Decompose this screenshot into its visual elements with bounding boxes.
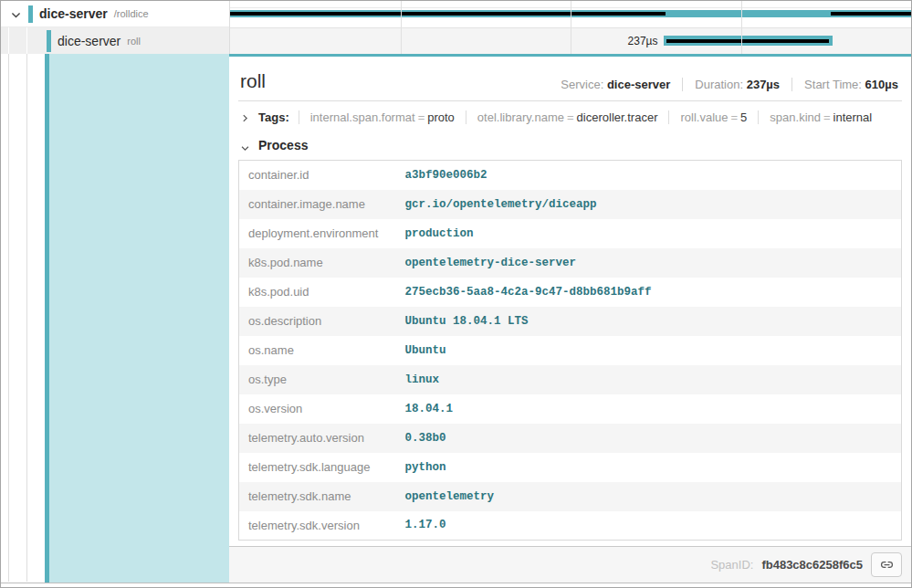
attribute-value: python [396,453,902,482]
span-overview: Service: dice-server Duration: 237µs Sta… [549,78,900,91]
critical-path-segment [831,12,911,16]
attribute-value: linux [396,365,902,394]
table-row: os.version18.04.1 [239,394,902,424]
link-icon [878,558,896,572]
table-row: telemetry.auto.version0.38b0 [239,424,902,453]
timeline-gridline [571,28,571,54]
span-color-bar [47,30,51,52]
tag-item: internal.span.format=proto [299,110,466,124]
indent-guide [26,27,27,54]
indent-guide [26,54,27,582]
span-row-rolldice[interactable]: dice-server /rolldice [1,1,911,27]
span-detail-panel: roll Service: dice-server Duration: 237µ… [229,54,911,583]
tags-header-label: Tags: [258,110,289,124]
chevron-down-icon[interactable] [240,141,250,151]
operation-name: roll [127,36,141,47]
table-row: telemetry.sdk.version1.17.0 [239,511,902,541]
spanid-label: SpanID: [710,558,753,572]
table-row: k8s.pod.nameopentelemetry-dice-server [239,248,902,278]
attribute-key: os.description [239,307,396,336]
table-row: telemetry.sdk.nameopentelemetry [239,482,902,511]
attribute-key: telemetry.sdk.name [239,482,396,511]
tag-item: span.kind=internal [758,110,883,124]
attribute-key: k8s.pod.name [239,248,396,278]
table-row: container.ida3bf90e006b2 [239,161,902,190]
indent-guide [8,27,9,54]
attribute-value: 275ecb36-5aa8-4c2a-9c47-d8bb681b9aff [396,278,902,307]
attribute-value: opentelemetry-dice-server [396,248,902,278]
attribute-key: telemetry.sdk.language [239,453,396,482]
chevron-down-icon[interactable] [10,8,22,20]
attribute-value: 1.17.0 [396,511,902,541]
service-name: dice-server [58,34,121,48]
table-row: k8s.pod.uid275ecb36-5aa8-4c2a-9c47-d8bb6… [239,278,902,307]
span-color-bar [28,5,33,23]
detail-footer: SpanID: fb483c8c6258f6c5 [229,546,911,583]
selected-span-highlight [49,54,229,583]
spanid-value: fb483c8c6258f6c5 [761,558,863,572]
attribute-key: os.version [239,394,396,424]
overview-duration: Duration: 237µs [682,78,791,91]
span-duration-label: 237µs [628,35,658,47]
attribute-key: deployment.environment [239,219,396,248]
trace-timeline-window: dice-server /rolldice dice-server roll 2… [0,0,912,588]
operation-name: /rolldice [114,8,149,19]
attribute-value: 18.04.1 [396,394,902,424]
detail-indent-pane [1,54,229,583]
attribute-value: production [396,219,902,248]
timeline-roll[interactable]: 237µs [229,27,911,54]
timeline-gridline [401,1,402,27]
attribute-key: os.type [239,365,396,394]
table-row: os.descriptionUbuntu 18.04.1 LTS [239,307,902,336]
span-detail-row: roll Service: dice-server Duration: 237µ… [1,54,911,583]
tag-item: otel.library.name=diceroller.tracer [466,110,669,124]
indent-guide [8,54,9,582]
process-accordion[interactable]: Process [238,131,902,160]
process-table: container.ida3bf90e006b2 container.image… [238,160,902,541]
service-name: dice-server [39,6,108,21]
timeline-gridline [571,1,571,27]
attribute-value: Ubuntu [396,336,902,365]
attribute-key: container.image.name [239,190,396,219]
process-header-label: Process [258,138,308,152]
timeline-gridline [741,1,742,27]
chevron-right-icon[interactable] [240,112,250,122]
table-row: telemetry.sdk.languagepython [239,453,902,482]
attribute-key: telemetry.sdk.version [239,511,396,541]
overview-start-time: Start Time: 610µs [791,78,900,91]
attribute-value: a3bf90e006b2 [396,161,902,190]
overview-service: Service: dice-server [549,78,682,91]
attribute-value: gcr.io/opentelemetry/diceapp [396,190,902,219]
attribute-key: telemetry.auto.version [239,424,396,453]
deep-link-button[interactable] [871,552,902,577]
tags-accordion[interactable]: Tags: internal.span.format=proto otel.li… [238,101,902,131]
critical-path-segment [666,39,829,43]
span-name-cell-rolldice[interactable]: dice-server /rolldice [1,1,229,27]
attribute-key: os.name [239,336,396,365]
attribute-value: Ubuntu 18.04.1 LTS [396,307,902,336]
span-operation-title: roll [240,70,266,91]
table-row: os.nameUbuntu [239,336,902,365]
tag-item: roll.value=5 [668,110,758,124]
timeline-rolldice[interactable] [229,1,911,27]
span-row-roll[interactable]: dice-server roll 237µs [1,27,911,54]
attribute-value: opentelemetry [396,482,902,511]
attribute-value: 0.38b0 [396,424,902,453]
table-row: deployment.environmentproduction [239,219,902,248]
table-row: os.typelinux [239,365,902,394]
attribute-key: container.id [239,161,396,190]
attribute-key: k8s.pod.uid [239,278,396,307]
table-row: container.image.namegcr.io/opentelemetry… [239,190,902,219]
span-name-cell-roll[interactable]: dice-server roll [1,27,229,54]
timeline-gridline [401,28,402,54]
critical-path-segment [230,12,666,16]
detail-header: roll Service: dice-server Duration: 237µ… [238,57,902,101]
timeline-gridline [741,28,742,54]
